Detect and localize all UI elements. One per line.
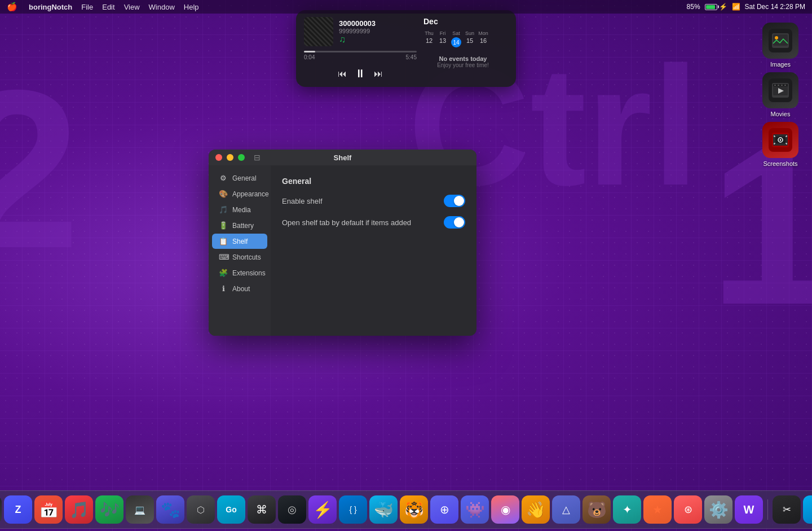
sidebar-item-about[interactable]: ℹ About xyxy=(212,281,267,296)
cal-day-fri: Fri 13 xyxy=(437,30,448,47)
progress-end: 5:45 xyxy=(406,54,417,60)
sidebar-item-general[interactable]: ⚙ General xyxy=(212,170,267,186)
desktop-icon-images[interactable]: Images xyxy=(758,23,803,68)
apple-menu[interactable]: 🍎 xyxy=(7,2,17,12)
window-titlebar: ⊟ Shelf xyxy=(209,150,476,165)
dock-icon-docker[interactable]: 🐳 xyxy=(369,495,398,524)
menu-edit[interactable]: Edit xyxy=(102,3,114,11)
dock-icon-black[interactable]: ▪ xyxy=(0,495,2,524)
dock-icon-perplexity[interactable]: ✦ xyxy=(613,495,641,524)
close-button[interactable] xyxy=(215,154,222,161)
toggle-thumb-2 xyxy=(454,217,464,227)
menubar-right: 85% ⚡ 📶 Sat Dec 14 2:28 PM xyxy=(687,3,805,11)
dock-icon-wave[interactable]: 👋 xyxy=(522,495,550,524)
sidebar-label-shelf: Shelf xyxy=(232,238,248,245)
dock-icon-spark[interactable]: ★ xyxy=(643,495,672,524)
dock-icon-cline[interactable]: ⚡ xyxy=(308,495,337,524)
sidebar-item-extensions[interactable]: 🧩 Extensions xyxy=(212,265,267,280)
sidebar-item-battery[interactable]: 🔋 Battery xyxy=(212,218,267,233)
dock: 🐟 🗒 🔨 💬 ▪ Z 📅 🎵 🎶 💻 🐾 ⬡ Go ⌘ ◎ ⚡ { } 🐳 🐯… xyxy=(0,490,812,529)
dock-icon-vscode[interactable]: { } xyxy=(339,495,367,524)
svg-point-3 xyxy=(775,36,778,40)
dock-icon-linear[interactable]: △ xyxy=(552,495,580,524)
notch-widget: 300000003 999999999 ♫ 0:04 5:45 ⏮ ⏸ ⏭ De… xyxy=(296,10,516,87)
cal-day-thu: Thu 12 xyxy=(423,30,435,47)
toggle-enable-shelf[interactable] xyxy=(444,195,465,207)
cal-day-mon: Mon 16 xyxy=(478,30,489,47)
desktop-icons: Images Movies xyxy=(758,23,803,167)
svg-rect-8 xyxy=(774,85,776,86)
sidebar-label-general: General xyxy=(232,174,257,182)
battery-percent: 85% xyxy=(687,3,700,11)
setting-label-1: Enable shelf xyxy=(282,197,323,205)
battery-icon: 🔋 xyxy=(219,221,228,230)
sidebar-item-shortcuts[interactable]: ⌨ Shortcuts xyxy=(212,249,267,265)
app-name[interactable]: boringNotch xyxy=(29,3,72,11)
desktop-icon-movies[interactable]: Movies xyxy=(758,72,803,117)
svg-point-18 xyxy=(780,139,782,141)
desktop-icon-screenshots[interactable]: Screenshots xyxy=(758,122,803,167)
dock-icon-tower[interactable]: ⬡ xyxy=(187,495,215,524)
dock-divider xyxy=(767,499,768,520)
dock-icon-spotify[interactable]: 🎶 xyxy=(95,495,123,524)
dock-icon-prefs[interactable]: ⚙️ xyxy=(704,495,732,524)
dock-icon-paw[interactable]: 🐾 xyxy=(156,495,184,524)
dock-icon-arc[interactable]: ◉ xyxy=(491,495,519,524)
no-events-text: No events today xyxy=(423,55,502,62)
dock-icon-zed[interactable]: Z xyxy=(4,495,32,524)
dock-icon-cursor[interactable]: ◎ xyxy=(278,495,306,524)
menu-window[interactable]: Window xyxy=(149,3,175,11)
pause-button[interactable]: ⏸ xyxy=(355,67,366,80)
sidebar-item-appearance[interactable]: 🎨 Appearance xyxy=(212,186,267,201)
svg-rect-2 xyxy=(773,34,788,46)
sidebar-item-media[interactable]: 🎵 Media xyxy=(212,202,267,217)
dock-icon-go[interactable]: Go xyxy=(217,495,245,524)
setting-row-2: Open shelf tab by default if items added xyxy=(282,216,465,229)
playback-controls: ⏮ ⏸ ⏭ xyxy=(304,67,417,80)
dock-icon-tiger[interactable]: 🐯 xyxy=(400,495,428,524)
dock-icon-iterm[interactable]: ⌘ xyxy=(248,495,276,524)
settings-window: ⊟ Shelf ⚙ General 🎨 Appearance 🎵 Media 🔋… xyxy=(209,150,476,336)
album-art xyxy=(304,17,333,46)
notch-calendar: Dec Thu 12 Fri 13 Sat 14 Sun 15 Mon 16 xyxy=(423,17,502,80)
dock-icon-music[interactable]: 🎵 xyxy=(65,495,93,524)
sidebar-label-shortcuts: Shortcuts xyxy=(232,253,261,261)
menubar: 🍎 boringNotch File Edit View Window Help… xyxy=(0,0,812,14)
toggle-thumb-1 xyxy=(454,196,464,206)
progress-container[interactable]: 0:04 5:45 xyxy=(304,51,417,60)
dock-icon-raycast[interactable]: ⊛ xyxy=(674,495,702,524)
dock-icon-dev[interactable]: 💻 xyxy=(126,495,154,524)
next-button[interactable]: ⏭ xyxy=(374,69,383,79)
screenshots-icon-label: Screenshots xyxy=(763,160,797,167)
menu-help[interactable]: Help xyxy=(184,3,199,11)
about-icon: ℹ xyxy=(219,284,228,293)
dock-icon-skype[interactable]: S xyxy=(803,495,812,524)
dock-icon-fantastical[interactable]: 📅 xyxy=(34,495,63,524)
appearance-icon: 🎨 xyxy=(219,190,228,198)
track-subtitle: 999999999 xyxy=(339,28,417,34)
cal-days-row: Thu 12 Fri 13 Sat 14 Sun 15 Mon 16 xyxy=(423,30,502,47)
dock-icon-bear[interactable]: 🐻 xyxy=(582,495,611,524)
dock-icon-final-cut[interactable]: ✂ xyxy=(773,495,801,524)
track-title: 300000003 xyxy=(339,19,417,28)
dock-icon-discord[interactable]: 👾 xyxy=(461,495,489,524)
cal-month: Dec xyxy=(423,17,438,26)
minimize-button[interactable] xyxy=(227,154,233,161)
progress-fill xyxy=(304,51,315,52)
menu-file[interactable]: File xyxy=(81,3,93,11)
setting-label-2: Open shelf tab by default if items added xyxy=(282,218,411,227)
section-title: General xyxy=(282,177,465,186)
svg-rect-9 xyxy=(778,85,779,86)
toggle-open-shelf-tab[interactable] xyxy=(444,216,465,229)
menu-view[interactable]: View xyxy=(124,3,140,11)
dock-icon-wrap[interactable]: W xyxy=(735,495,763,524)
split-icon: ⊟ xyxy=(254,153,261,162)
prev-button[interactable]: ⏮ xyxy=(338,69,347,79)
dock-icon-orbstack[interactable]: ⊕ xyxy=(430,495,458,524)
images-folder-icon xyxy=(762,23,798,59)
settings-sidebar: ⚙ General 🎨 Appearance 🎵 Media 🔋 Battery… xyxy=(209,165,271,336)
notch-player: 300000003 999999999 ♫ 0:04 5:45 ⏮ ⏸ ⏭ xyxy=(304,17,417,80)
sidebar-item-shelf[interactable]: 📋 Shelf xyxy=(212,234,267,249)
battery-icon: ⚡ xyxy=(705,3,727,11)
maximize-button[interactable] xyxy=(238,154,245,161)
